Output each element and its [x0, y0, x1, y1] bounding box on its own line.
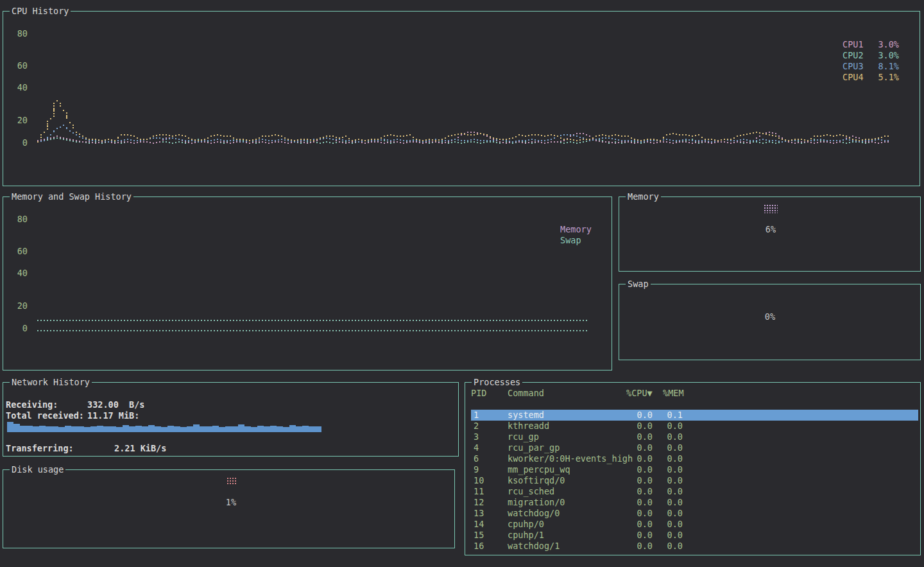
- network-history-title: Network History: [10, 377, 92, 387]
- cpu-legend-item: CPU38.1%: [843, 61, 899, 72]
- process-command: rcu_par_gp: [508, 442, 560, 453]
- process-command: ksoftirqd/0: [508, 475, 565, 486]
- network-history-panel: Network History Receiving: 332.00 B/s To…: [3, 382, 459, 457]
- memory-gauge-dots: [764, 204, 778, 213]
- swap-gauge-title: Swap: [626, 279, 651, 289]
- transferring-value: 2.21 KiB/s: [114, 443, 166, 454]
- receiving-label: Receiving:: [6, 399, 58, 410]
- process-pid: 3: [474, 432, 479, 442]
- process-row[interactable]: 9mm_percpu_wq0.00.0: [471, 464, 918, 475]
- swap-gauge-value: 0%: [757, 311, 783, 322]
- network-chart-bar: [251, 427, 257, 432]
- y-tick-label: 60: [13, 246, 28, 257]
- column-header-mem[interactable]: %MEM: [663, 388, 684, 399]
- network-chart-bar: [315, 426, 321, 432]
- process-row[interactable]: 13watchdog/00.00.0: [471, 508, 918, 519]
- process-mem: 0.0: [662, 464, 683, 475]
- network-chart-bar: [212, 426, 219, 432]
- disk-gauge-value: 1%: [218, 497, 244, 508]
- process-row[interactable]: 1systemd0.00.1: [471, 410, 918, 421]
- process-row[interactable]: 16watchdog/10.00.0: [471, 541, 918, 552]
- process-pid: 16: [474, 541, 484, 552]
- network-chart-bar: [283, 427, 289, 432]
- process-command: rcu_sched: [508, 486, 554, 497]
- network-chart-bar: [116, 427, 123, 432]
- network-chart-bar: [257, 426, 264, 432]
- network-chart-bar: [206, 426, 212, 432]
- network-chart-bar: [155, 426, 161, 432]
- process-mem: 0.0: [662, 497, 683, 508]
- process-mem: 0.0: [662, 432, 683, 442]
- network-chart-bar: [142, 426, 148, 432]
- process-row[interactable]: 14cpuhp/00.00.0: [471, 519, 918, 530]
- process-row[interactable]: 4rcu_par_gp0.00.0: [471, 442, 918, 453]
- process-cpu: 0.0: [631, 508, 653, 519]
- swap-history-line: [37, 330, 589, 331]
- network-chart-bar: [123, 425, 129, 432]
- process-command: kworker/0:0H-events_high: [508, 453, 633, 464]
- network-chart-bar: [167, 426, 174, 432]
- memory-gauge-panel: Memory 6%: [619, 196, 921, 272]
- cpu-legend-label: CPU1: [843, 39, 864, 50]
- cpu-legend-value: 3.0%: [878, 50, 899, 61]
- cpu-legend-label: CPU3: [843, 61, 864, 72]
- disk-usage-panel: Disk usage 1%: [3, 469, 455, 548]
- cpu-legend-value: 5.1%: [878, 72, 899, 83]
- process-row[interactable]: 15cpuhp/10.00.0: [471, 530, 918, 541]
- network-chart-bar: [90, 426, 97, 432]
- cpu-legend-item: CPU13.0%: [843, 39, 899, 50]
- cpu-legend-item: CPU23.0%: [843, 50, 899, 61]
- process-row[interactable]: 11rcu_sched0.00.0: [471, 486, 918, 497]
- network-chart-bar: [7, 422, 13, 432]
- network-chart-bar: [52, 426, 58, 432]
- memory-legend-label: Memory: [560, 224, 592, 235]
- network-chart-bar: [135, 426, 142, 432]
- column-header-pid[interactable]: PID: [471, 388, 486, 399]
- cpu-legend-item: CPU45.1%: [843, 72, 899, 83]
- process-mem: 0.0: [662, 442, 683, 453]
- process-pid: 12: [474, 497, 484, 508]
- network-chart-bar: [302, 426, 309, 432]
- process-mem: 0.1: [662, 410, 683, 421]
- process-cpu: 0.0: [631, 519, 653, 530]
- process-cpu: 0.0: [631, 497, 653, 508]
- process-cpu: 0.0: [631, 530, 653, 541]
- memory-history-line: [37, 320, 589, 321]
- cpu-legend-label: CPU2: [843, 50, 864, 61]
- process-row[interactable]: 6kworker/0:0H-events_high0.00.0: [471, 453, 918, 464]
- processes-title: Processes: [472, 377, 522, 387]
- network-chart-bar: [270, 426, 277, 432]
- process-row[interactable]: 12migration/00.00.0: [471, 497, 918, 508]
- network-chart-bar: [103, 426, 110, 432]
- network-chart-bar: [296, 426, 302, 432]
- cpu-history-panel: CPU History 806040200 CPU13.0%CPU23.0%CP…: [3, 11, 920, 186]
- memory-gauge-value: 6%: [758, 224, 783, 235]
- column-header-cpu[interactable]: %CPU▼: [626, 388, 653, 399]
- total-received-label: Total received:: [6, 410, 84, 421]
- process-mem: 0.0: [662, 541, 683, 552]
- receiving-value: 332.00 B/s: [87, 399, 144, 410]
- process-pid: 10: [474, 475, 484, 486]
- process-row[interactable]: 2kthreadd0.00.0: [471, 421, 918, 432]
- network-chart-bar: [20, 426, 26, 432]
- process-list: 1systemd0.00.12kthreadd0.00.03rcu_gp0.00…: [471, 410, 918, 552]
- process-mem: 0.0: [662, 508, 683, 519]
- memory-gauge-title: Memory: [626, 191, 661, 202]
- y-tick-label: 20: [13, 301, 28, 311]
- column-header-command[interactable]: Command: [508, 388, 544, 399]
- network-chart-bar: [46, 426, 52, 432]
- process-pid: 9: [474, 464, 479, 475]
- network-receiving-chart: [7, 421, 323, 432]
- cpu-legend-value: 8.1%: [878, 61, 899, 72]
- process-command: cpuhp/0: [508, 519, 544, 530]
- network-chart-bar: [71, 426, 78, 432]
- process-row[interactable]: 10ksoftirqd/00.00.0: [471, 475, 918, 486]
- process-cpu: 0.0: [631, 541, 653, 552]
- process-command: systemd: [508, 410, 544, 421]
- process-row[interactable]: 3rcu_gp0.00.0: [471, 432, 918, 442]
- cpu-legend-label: CPU4: [843, 72, 864, 83]
- process-cpu: 0.0: [631, 475, 653, 486]
- process-command: watchdog/0: [508, 508, 560, 519]
- network-chart-bar: [13, 424, 20, 432]
- network-chart-bar: [193, 424, 200, 432]
